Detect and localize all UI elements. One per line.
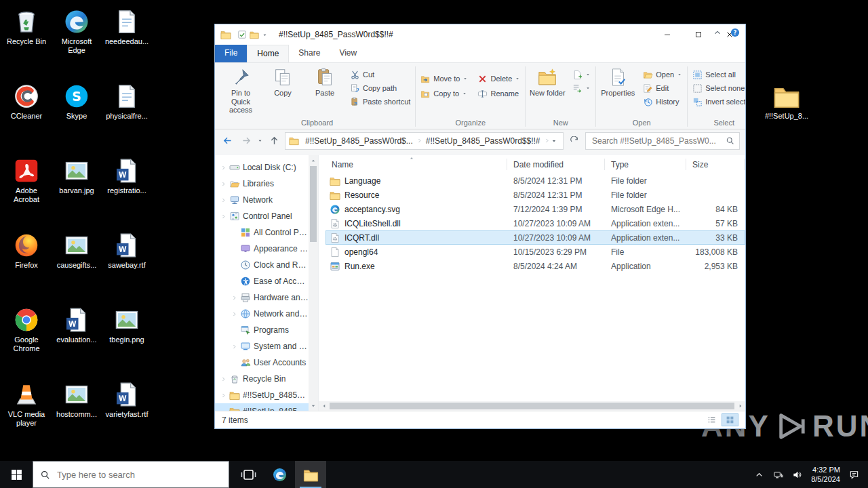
desktop-icon[interactable]: barvan.jpg: [52, 155, 101, 229]
desktop-icon[interactable]: registratio...: [102, 155, 151, 229]
desktop-icon[interactable]: Firefox: [2, 229, 51, 304]
expand-chevron-right-icon[interactable]: [220, 214, 226, 220]
explorer-search-box[interactable]: [585, 132, 740, 150]
nav-tree-item[interactable]: User Accounts: [215, 354, 309, 371]
desktop-icon[interactable]: CCleaner: [2, 80, 51, 155]
desktop-icon[interactable]: causegifts...: [52, 229, 101, 304]
nav-tree-item[interactable]: Appearance an...: [215, 241, 309, 257]
desktop-icon[interactable]: Microsoft Edge: [52, 5, 101, 80]
desktop-icon[interactable]: needeedau...: [102, 5, 151, 80]
ribbon-tab[interactable]: View: [330, 45, 366, 62]
desktop-icon[interactable]: Recycle Bin: [2, 5, 51, 80]
scroll-left-button[interactable]: [319, 401, 329, 411]
file-row[interactable]: ICQLiteShell.dll 10/27/2023 10:09 AM App…: [326, 216, 745, 230]
column-header[interactable]: Size: [686, 159, 745, 170]
hidden-icons-chevron-up-icon[interactable]: [754, 470, 764, 480]
qat-caret-down-icon[interactable]: [262, 32, 268, 38]
qat-folder-icon[interactable]: [250, 30, 259, 39]
file-row[interactable]: acceptancy.svg 7/12/2024 1:39 PM Microso…: [326, 202, 745, 216]
copy-to-button[interactable]: Copy to: [417, 86, 471, 101]
nav-tree-item[interactable]: Hardware and ...: [215, 289, 309, 306]
copy-path-button[interactable]: Copy path: [347, 81, 414, 95]
network-tray-icon[interactable]: [773, 470, 783, 480]
breadcrumb[interactable]: #!!SetUp_8485_PassW0rd$... #!!SetUp_8485…: [285, 132, 564, 150]
column-header[interactable]: Type: [605, 159, 686, 170]
expand-chevron-right-icon[interactable]: [220, 376, 226, 382]
nav-tree-item[interactable]: Libraries: [215, 176, 309, 192]
forward-button[interactable]: [238, 133, 254, 149]
breadcrumb-segment[interactable]: #!!SetUp_8485_PassW0rd$$!!#: [423, 136, 551, 146]
expand-chevron-right-icon[interactable]: [220, 181, 226, 187]
address-caret-down-icon[interactable]: [551, 138, 557, 144]
expand-chevron-right-icon[interactable]: [220, 165, 226, 171]
ribbon-tab[interactable]: Share: [289, 45, 330, 62]
expand-chevron-right-icon[interactable]: [231, 295, 237, 301]
breadcrumb-segment[interactable]: #!!SetUp_8485_PassW0rd$...: [302, 136, 423, 146]
desktop-icon[interactable]: S Skype: [52, 80, 101, 155]
desktop-icon[interactable]: VLC media player: [2, 378, 51, 453]
horizontal-scrollbar[interactable]: [319, 401, 745, 411]
expand-chevron-right-icon[interactable]: [220, 392, 226, 399]
taskbar-app-button[interactable]: [233, 461, 264, 488]
start-button[interactable]: [0, 461, 33, 488]
scrollbar-thumb[interactable]: [310, 166, 317, 242]
qat-check-icon[interactable]: [237, 30, 247, 39]
scroll-right-button[interactable]: [735, 401, 745, 411]
paste-shortcut-button[interactable]: Paste shortcut: [347, 95, 414, 108]
recent-locations-caret-down-icon[interactable]: [257, 138, 263, 144]
move-to-button[interactable]: Move to: [417, 71, 471, 86]
nav-tree-item[interactable]: Network and In...: [215, 306, 309, 322]
edit-button[interactable]: Edit: [639, 81, 686, 95]
desktop-icon[interactable]: Adobe Acrobat: [2, 155, 51, 229]
taskbar-app-button[interactable]: [264, 461, 295, 488]
desktop-icon[interactable]: sawebay.rtf: [102, 229, 151, 304]
nav-tree-item[interactable]: All Control Par...: [215, 224, 309, 241]
select-none-button[interactable]: Select none: [689, 81, 745, 95]
ribbon-tab[interactable]: File: [215, 45, 247, 62]
taskbar-search-input[interactable]: [56, 469, 180, 481]
new-item-icon-button[interactable]: [569, 68, 594, 81]
file-row[interactable]: Language 8/5/2024 12:31 PM File folder: [326, 174, 745, 188]
explorer-search-input[interactable]: [591, 136, 722, 146]
nav-tree-item[interactable]: Network: [215, 192, 309, 208]
action-center-icon[interactable]: [849, 470, 859, 480]
desktop-icon[interactable]: evaluation...: [52, 304, 101, 378]
scroll-up-button[interactable]: [309, 155, 318, 165]
rename-button[interactable]: Rename: [474, 86, 524, 101]
properties-button[interactable]: Properties: [597, 64, 638, 98]
file-row[interactable]: ICQRT.dll 10/27/2023 10:09 AM Applicatio…: [326, 230, 745, 245]
refresh-button[interactable]: [566, 133, 583, 149]
nav-tree-item[interactable]: Programs: [215, 322, 309, 338]
scrollbar-thumb[interactable]: [330, 403, 734, 409]
volume-icon[interactable]: [792, 470, 802, 480]
back-button[interactable]: [219, 133, 235, 149]
desktop-icon[interactable]: tbegin.png: [102, 304, 151, 378]
desktop-icon[interactable]: varietyfast.rtf: [102, 378, 151, 453]
desktop-icon-setup-folder[interactable]: #!!SetUp_8...: [762, 80, 811, 121]
expand-chevron-right-icon[interactable]: [231, 344, 237, 350]
desktop-icon[interactable]: physicalfre...: [102, 80, 151, 155]
file-row[interactable]: opengl64 10/15/2023 6:29 PM File 183,008…: [326, 245, 745, 259]
history-button[interactable]: History: [639, 95, 686, 108]
file-row[interactable]: Run.exe 8/5/2024 4:24 AM Application 2,9…: [326, 259, 745, 273]
invert-selection-button[interactable]: Invert selection: [689, 95, 745, 108]
up-button[interactable]: [266, 133, 282, 149]
file-row[interactable]: Resource 8/5/2024 12:31 PM File folder: [326, 188, 745, 202]
desktop-icon[interactable]: hostcomm...: [52, 378, 101, 453]
nav-tree-item[interactable]: Local Disk (C:): [215, 159, 309, 176]
taskbar-search-box[interactable]: [33, 461, 229, 488]
pin-to-quick-access-button[interactable]: Pin to Quick access: [220, 64, 261, 115]
nav-tree-item[interactable]: Control Panel: [215, 208, 309, 224]
taskbar-app-button[interactable]: [295, 461, 326, 488]
nav-tree-item[interactable]: System and Se...: [215, 338, 309, 354]
taskbar-clock[interactable]: 4:32 PM 8/5/2024: [811, 465, 840, 485]
maximize-button[interactable]: [683, 24, 714, 45]
paste-button[interactable]: Paste: [304, 64, 345, 98]
column-header[interactable]: Name: [326, 159, 507, 170]
breadcrumb-chevron-right-icon[interactable]: [416, 138, 422, 144]
scroll-down-button[interactable]: [309, 401, 318, 411]
expand-chevron-right-icon[interactable]: [231, 311, 237, 317]
minimize-button[interactable]: [652, 24, 683, 45]
help-icon[interactable]: ?: [730, 28, 740, 37]
select-all-button[interactable]: Select all: [689, 68, 745, 81]
